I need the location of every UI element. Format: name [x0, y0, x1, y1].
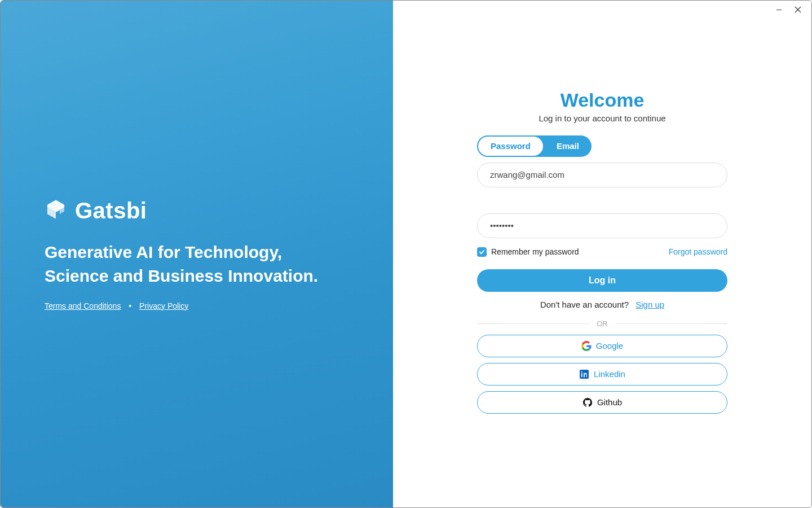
minimize-button[interactable] — [774, 5, 783, 14]
login-button[interactable]: Log in — [477, 269, 727, 292]
google-icon — [581, 341, 592, 351]
brand-tagline: Generative AI for Technology, Science an… — [45, 240, 349, 288]
github-login-button[interactable]: Github — [477, 391, 727, 414]
brand-name: Gatsbi — [75, 198, 147, 224]
forgot-password-link[interactable]: Forgot password — [669, 247, 727, 256]
login-panel: Welcome Log in to your account to contin… — [393, 1, 811, 507]
password-field[interactable] — [477, 213, 727, 238]
window-titlebar — [774, 1, 811, 19]
google-login-button[interactable]: Google — [477, 335, 727, 357]
legal-separator: • — [129, 301, 131, 310]
linkedin-login-button[interactable]: Linkedin — [477, 363, 727, 386]
linkedin-icon — [579, 369, 589, 379]
auth-mode-toggle: Password Email — [477, 135, 592, 157]
remember-label: Remember my password — [491, 247, 579, 256]
or-label: OR — [597, 319, 608, 328]
brand-panel: Gatsbi Generative AI for Technology, Sci… — [1, 1, 393, 507]
signup-prompt: Don't have an account? — [540, 300, 629, 309]
remember-checkbox[interactable] — [477, 247, 487, 257]
privacy-link[interactable]: Privacy Policy — [139, 301, 188, 310]
github-icon — [582, 397, 593, 408]
linkedin-label: Linkedin — [594, 369, 625, 379]
tab-email[interactable]: Email — [544, 135, 592, 157]
brand-logo-icon — [45, 198, 67, 223]
github-label: Github — [597, 397, 622, 407]
app-window: Gatsbi Generative AI for Technology, Sci… — [0, 0, 812, 508]
close-button[interactable] — [793, 5, 802, 14]
welcome-heading: Welcome — [477, 89, 727, 111]
tab-password[interactable]: Password — [477, 135, 544, 157]
google-label: Google — [596, 341, 623, 351]
or-divider: OR — [477, 319, 727, 328]
email-field[interactable] — [477, 163, 727, 187]
terms-link[interactable]: Terms and Conditions — [45, 301, 121, 310]
login-subtitle: Log in to your account to continue — [477, 113, 727, 123]
signup-link[interactable]: Sign up — [636, 300, 664, 309]
legal-links: Terms and Conditions • Privacy Policy — [45, 301, 349, 310]
